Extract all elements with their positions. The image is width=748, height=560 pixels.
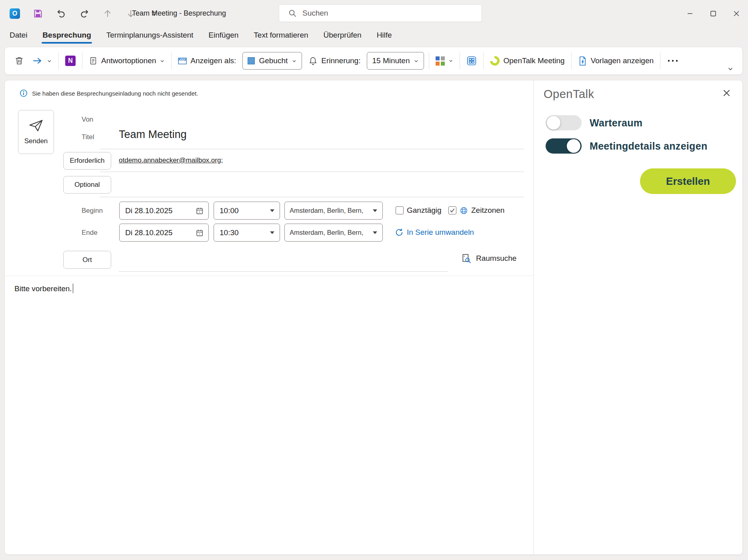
message-body[interactable]: Bitte vorbereiten.	[14, 284, 73, 293]
recurrence-link-row[interactable]: In Serie umwandeln	[395, 228, 474, 237]
toolbar-separator	[571, 52, 572, 69]
tab-text-formatieren[interactable]: Text formatieren	[253, 28, 309, 44]
more-commands-button[interactable]	[663, 51, 683, 70]
meetingdetails-label: Meetingdetails anzeigen	[590, 140, 707, 152]
forward-arrow-icon	[32, 56, 43, 66]
required-attendees-button[interactable]: Erforderlich	[63, 152, 111, 170]
text-cursor	[73, 284, 74, 293]
window-title: Team Meeting - Besprechung	[132, 0, 226, 27]
info-text: Sie haben diese Besprechungseinladung no…	[32, 90, 198, 97]
meetingdetails-toggle[interactable]	[546, 138, 582, 154]
recurrence-link[interactable]: In Serie umwandeln	[407, 228, 474, 237]
tab-einfuegen[interactable]: Einfügen	[208, 28, 239, 44]
location-button[interactable]: Ort	[63, 251, 111, 269]
vorlagen-anzeigen-button[interactable]: Vorlagen anzeigen	[574, 51, 658, 70]
room-finder-label: Raumsuche	[476, 254, 516, 263]
location-label: Ort	[82, 256, 92, 264]
titlebar: O Team Meeting - Besprechung Suchen	[0, 0, 748, 27]
room-finder-button[interactable]: Raumsuche	[461, 253, 516, 264]
onenote-button[interactable]: N	[61, 51, 80, 70]
redo-icon[interactable]	[78, 7, 91, 20]
field-underline	[100, 149, 524, 149]
toolbar-separator	[429, 52, 429, 69]
tab-datei[interactable]: Datei	[9, 28, 28, 44]
forward-button[interactable]	[28, 51, 56, 70]
info-icon	[20, 89, 28, 97]
show-as-icon	[178, 57, 187, 65]
beginn-label: Beginn	[82, 207, 103, 215]
panel-close-icon[interactable]	[723, 89, 730, 97]
erinnerung-label: Erinnerung:	[321, 56, 360, 65]
required-attendees-field[interactable]: otdemo.annabecker@mailbox.org;	[119, 156, 223, 164]
dropdown-arrow-icon	[372, 209, 378, 212]
optional-label: Optional	[74, 181, 100, 189]
vorlagen-anzeigen-label: Vorlagen anzeigen	[591, 56, 654, 65]
ellipsis-icon	[667, 59, 679, 63]
bell-icon	[308, 56, 318, 66]
undo-icon[interactable]	[54, 7, 68, 20]
opentalk-panel: OpenTalk Warteraum Meetingdetails anzeig…	[534, 80, 743, 555]
categories-icon	[436, 56, 445, 66]
toolbar-separator	[82, 52, 82, 69]
search-icon	[288, 9, 297, 18]
opentalk-meeting-label: OpenTalk Meeting	[503, 56, 564, 65]
tab-besprechung[interactable]: Besprechung	[42, 28, 92, 44]
titel-label: Titel	[82, 133, 94, 141]
start-time-dropdown[interactable]: 10:00	[214, 202, 280, 220]
toolbar-separator	[483, 52, 484, 69]
dropdown-arrow-icon	[270, 209, 275, 212]
show-as-dropdown[interactable]: Gebucht	[242, 52, 302, 70]
send-button[interactable]: Senden	[18, 110, 54, 154]
unsent-info-banner: Sie haben diese Besprechungseinladung no…	[20, 89, 198, 97]
all-day-checkbox[interactable]	[396, 206, 404, 214]
warteraum-label: Warteraum	[590, 117, 642, 129]
end-date-picker[interactable]: Di 28.10.2025	[119, 224, 209, 242]
toggle-knob	[547, 116, 560, 130]
antwortoptionen-label: Antwortoptionen	[101, 56, 156, 65]
warteraum-toggle[interactable]	[546, 115, 582, 130]
erinnerung-label-group: Erinnerung:	[304, 51, 364, 70]
anzeigen-als-label-group: Anzeigen als:	[174, 51, 240, 70]
opentalk-meeting-button[interactable]: OpenTalk Meeting	[486, 51, 568, 70]
field-underline	[119, 271, 448, 272]
collapse-ribbon-button[interactable]	[727, 66, 734, 72]
apps-button[interactable]	[462, 51, 481, 70]
tab-terminplanungs-assistent[interactable]: Terminplanungs-Assistent	[106, 28, 194, 44]
reminder-dropdown[interactable]: 15 Minuten	[367, 52, 424, 70]
response-options-icon	[89, 56, 98, 66]
field-underline	[100, 172, 524, 172]
all-day-label: Ganztägig	[407, 206, 442, 215]
timezones-checkbox[interactable]	[448, 206, 456, 214]
end-time-dropdown[interactable]: 10:30	[214, 224, 280, 242]
reminder-value: 15 Minuten	[372, 56, 410, 65]
start-time-value: 10:00	[220, 206, 239, 215]
minimize-button[interactable]	[678, 0, 702, 27]
create-meeting-button[interactable]: Erstellen	[640, 168, 736, 194]
tab-ueberpruefen[interactable]: Überprüfen	[323, 28, 362, 44]
toolbar-separator	[460, 52, 460, 69]
end-timezone-value: Amsterdam, Berlin, Bern,	[290, 229, 363, 236]
categories-dropdown[interactable]	[432, 51, 457, 70]
search-input[interactable]: Suchen	[279, 4, 482, 22]
save-icon[interactable]	[31, 7, 45, 20]
end-date-value: Di 28.10.2025	[125, 228, 172, 237]
start-date-picker[interactable]: Di 28.10.2025	[119, 202, 209, 220]
all-day-checkbox-row[interactable]: Ganztägig	[396, 206, 442, 215]
toggle-knob	[567, 139, 580, 153]
toolbar-separator	[58, 52, 59, 69]
delete-button[interactable]	[10, 51, 28, 70]
optional-attendees-button[interactable]: Optional	[63, 176, 111, 194]
tab-hilfe[interactable]: Hilfe	[376, 28, 393, 44]
von-label: Von	[82, 116, 93, 124]
maximize-button[interactable]	[702, 0, 725, 27]
end-timezone-dropdown[interactable]: Amsterdam, Berlin, Bern,	[284, 224, 383, 242]
title-field[interactable]: Team Meeting	[119, 128, 187, 141]
opentalk-panel-title: OpenTalk	[544, 88, 594, 101]
close-button[interactable]	[725, 0, 748, 27]
anzeigen-als-label: Anzeigen als:	[190, 56, 236, 65]
start-timezone-dropdown[interactable]: Amsterdam, Berlin, Bern,	[284, 202, 383, 220]
window-controls	[678, 0, 748, 27]
chevron-down-icon	[160, 58, 165, 64]
timezones-checkbox-row[interactable]: Zeitzonen	[448, 206, 504, 215]
antwortoptionen-dropdown[interactable]: Antwortoptionen	[85, 51, 169, 70]
